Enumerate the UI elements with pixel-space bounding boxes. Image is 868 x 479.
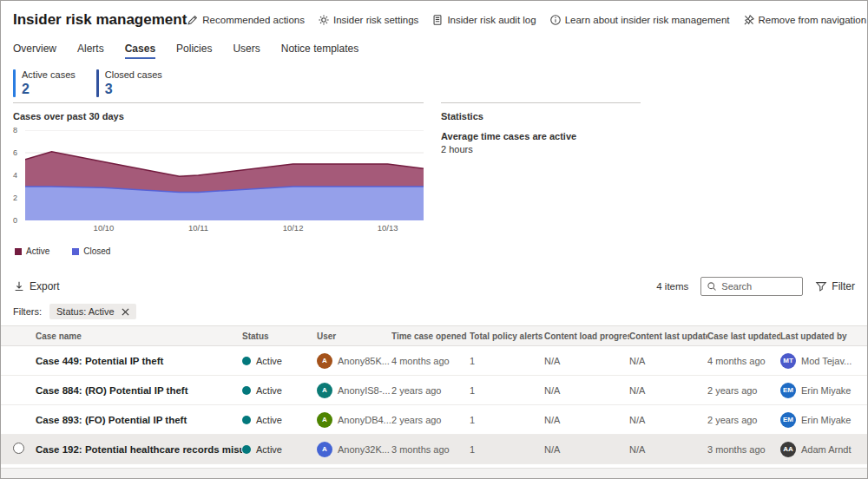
user-cell: A Anony85K...	[317, 353, 391, 369]
status-cell: Active	[242, 356, 317, 366]
table-row[interactable]: Case 884: (RO) Potential IP theft Active…	[1, 376, 867, 405]
audit-log-link[interactable]: Insider risk audit log	[431, 14, 536, 26]
tab-users[interactable]: Users	[233, 43, 260, 59]
kpi-value: 2	[22, 82, 76, 97]
tab-cases[interactable]: Cases	[125, 43, 155, 59]
tab-policies[interactable]: Policies	[176, 43, 212, 59]
col-total-policy-alerts[interactable]: Total policy alerts	[470, 331, 544, 341]
user-avatar: A	[317, 383, 332, 398]
table-row[interactable]: Case 893: (FO) Potential IP theft Active…	[1, 405, 867, 435]
filter-chip-status[interactable]: Status: Active	[49, 304, 136, 319]
content-updated-cell: N/A	[629, 385, 707, 396]
tab-overview[interactable]: Overview	[13, 43, 56, 59]
case-name-cell[interactable]: Case 884: (RO) Potential IP theft	[36, 385, 242, 396]
export-button[interactable]: Export	[13, 280, 60, 292]
unpin-icon	[743, 14, 755, 26]
stat-average-time-value: 2 hours	[441, 144, 641, 154]
col-case-name[interactable]: Case name	[36, 331, 242, 341]
col-content-load-progress[interactable]: Content load progress	[544, 331, 629, 341]
col-user[interactable]: User	[317, 331, 391, 341]
updated-by-avatar: MT	[780, 353, 796, 369]
cases-table: Case name Status User Time case opened T…	[1, 325, 867, 464]
action-label: Recommended actions	[202, 15, 305, 25]
active-status-icon	[242, 445, 251, 454]
user-name: Anony32K...	[338, 444, 390, 455]
download-icon	[13, 280, 25, 292]
x-axis-label: 10/11	[188, 223, 208, 233]
table-row[interactable]: Case 449: Potential IP theft Active A An…	[1, 346, 867, 376]
alerts-count-cell: 1	[470, 444, 544, 455]
case-name-cell[interactable]: Case 893: (FO) Potential IP theft	[36, 415, 242, 425]
kpi-accent-bar	[13, 69, 16, 97]
row-radio[interactable]	[13, 443, 24, 454]
kpi-closed-cases[interactable]: Closed cases 3	[96, 69, 162, 97]
status-cell: Active	[242, 415, 317, 425]
filter-button[interactable]: Filter	[815, 280, 855, 292]
active-status-icon	[242, 357, 251, 365]
col-case-last-updated[interactable]: Case last updated	[707, 331, 780, 341]
chart-legend: ActiveClosed	[13, 246, 424, 256]
y-axis-label: 0	[13, 216, 17, 225]
x-axis: 10/1010/1110/1210/13	[25, 223, 424, 235]
page-title: Insider risk management	[13, 10, 187, 30]
search-input[interactable]	[721, 281, 797, 292]
y-axis-label: 4	[13, 171, 17, 180]
kpi-label: Closed cases	[105, 69, 162, 80]
overview-panels: Cases over past 30 days 02468 10/1010/11…	[1, 102, 867, 256]
active-status-icon	[242, 416, 251, 424]
legend-label: Closed	[83, 246, 110, 256]
user-name: AnonyDB4...	[338, 415, 391, 425]
legend-swatch	[15, 248, 22, 255]
col-content-last-updated[interactable]: Content last updated	[629, 331, 707, 341]
updated-by-cell: EM Erin Miyake	[780, 383, 855, 398]
case-name-cell[interactable]: Case 449: Potential IP theft	[36, 356, 242, 366]
table-toolbar: Export 4 items Filter	[1, 277, 867, 296]
gear-icon	[318, 14, 330, 26]
y-axis: 02468	[13, 130, 25, 220]
updated-by-cell: EM Erin Miyake	[780, 412, 855, 428]
tab-alerts[interactable]: Alerts	[77, 43, 104, 59]
user-cell: A AnonyDB4...	[317, 412, 391, 428]
load-progress-cell: N/A	[544, 356, 629, 366]
col-time-case-opened[interactable]: Time case opened	[391, 331, 470, 341]
chip-dismiss-icon[interactable]	[122, 308, 129, 316]
col-last-updated-by[interactable]: Last updated by	[780, 331, 855, 341]
case-name-cell[interactable]: Case 192: Potential healthcare records m…	[36, 444, 242, 455]
search-box[interactable]	[700, 277, 803, 296]
insider-risk-settings-link[interactable]: Insider risk settings	[318, 14, 418, 26]
action-label: Learn about insider risk management	[565, 15, 730, 25]
y-axis-label: 2	[13, 194, 17, 202]
chart-plot-area	[25, 130, 424, 220]
kpi-active-cases[interactable]: Active cases 2	[13, 69, 76, 97]
updated-by-name: Adam Arndt	[801, 444, 851, 455]
page-header: Insider risk management Recommended acti…	[1, 1, 867, 30]
chart-title: Cases over past 30 days	[13, 111, 424, 121]
table-header: Case name Status User Time case opened T…	[1, 325, 867, 346]
legend-item: Closed	[72, 246, 110, 256]
document-icon	[431, 14, 444, 26]
load-progress-cell: N/A	[544, 415, 629, 425]
insider-risk-management-page: Insider risk management Recommended acti…	[0, 0, 868, 479]
horizontal-scrollbar[interactable]	[1, 468, 867, 478]
filter-icon	[815, 280, 827, 292]
remove-from-navigation-link[interactable]: Remove from navigation	[743, 14, 867, 26]
time-opened-cell: 3 months ago	[391, 444, 470, 455]
user-avatar: A	[317, 412, 332, 428]
statistics-panel: Statistics Average time cases are active…	[441, 102, 641, 256]
col-status[interactable]: Status	[242, 331, 317, 341]
load-progress-cell: N/A	[544, 385, 629, 396]
info-icon	[549, 14, 562, 26]
recommended-actions-link[interactable]: Recommended actions	[187, 14, 305, 26]
row-select-cell[interactable]	[13, 443, 36, 456]
legend-label: Active	[26, 246, 49, 256]
updated-by-avatar: AA	[780, 442, 796, 457]
content-updated-cell: N/A	[629, 444, 707, 455]
action-label: Remove from navigation	[759, 15, 867, 25]
x-axis-label: 10/13	[378, 223, 398, 233]
table-row[interactable]: Case 192: Potential healthcare records m…	[1, 435, 867, 464]
tab-notice-templates[interactable]: Notice templates	[281, 43, 358, 59]
kpi-accent-bar	[96, 69, 99, 97]
learn-about-link[interactable]: Learn about insider risk management	[549, 14, 730, 26]
case-updated-cell: 2 years ago	[707, 415, 780, 425]
y-axis-label: 8	[13, 126, 17, 135]
